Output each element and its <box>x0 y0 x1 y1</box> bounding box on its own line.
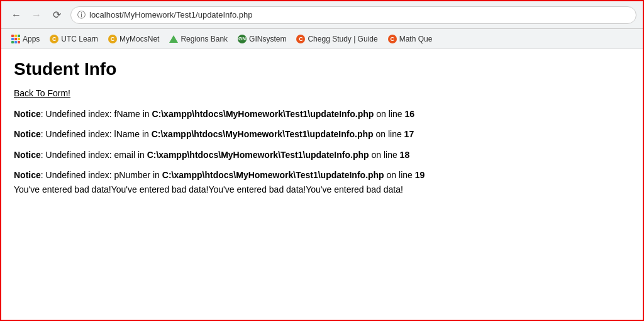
apps-grid-icon <box>11 35 20 43</box>
bookmark-mymocsnet[interactable]: C MyMocsNet <box>104 33 163 45</box>
bookmark-chegg-study[interactable]: C Chegg Study | Guide <box>292 33 381 45</box>
bookmark-utc-learn[interactable]: C UTC Learn <box>46 33 102 45</box>
forward-button[interactable]: → <box>28 6 45 24</box>
mymocsnet-icon: C <box>108 35 117 43</box>
apps-label: Apps <box>23 35 40 43</box>
notice-2-line-text: on line <box>374 129 404 139</box>
math-que-icon: C <box>388 35 397 43</box>
regions-bank-label: Regions Bank <box>180 35 228 43</box>
bookmark-ginsystem[interactable]: GN GINsystem <box>234 33 290 45</box>
notice-2-text: : Undefined index: lName in <box>41 129 152 139</box>
notice-3-path: C:\xampp\htdocs\MyHomework\Test1\updateI… <box>147 150 369 160</box>
page-title: Student Info <box>14 59 630 79</box>
regions-bank-icon <box>169 35 178 43</box>
mymocsnet-label: MyMocsNet <box>119 35 159 43</box>
ginsystem-icon: GN <box>238 35 247 43</box>
back-button[interactable]: ← <box>8 6 25 24</box>
notice-4-line-text: on line <box>384 170 415 180</box>
notice-1-label: Notice <box>14 109 41 119</box>
notice-4-label: Notice <box>14 170 41 180</box>
utc-learn-icon: C <box>50 35 58 43</box>
notice-3-line-text: on line <box>369 150 400 160</box>
notice-1: Notice: Undefined index: fName in C:\xam… <box>14 107 630 121</box>
utc-learn-label: UTC Learn <box>61 35 98 43</box>
notice-2-line-number: 17 <box>404 129 414 139</box>
notice-1-path: C:\xampp\htdocs\MyHomework\Test1\updateI… <box>152 109 374 119</box>
address-bar[interactable]: ⓘ localhost/MyHomework/Test1/updateInfo.… <box>70 6 636 24</box>
notice-2-label: Notice <box>14 129 41 139</box>
notice-4-path: C:\xampp\htdocs\MyHomework\Test1\updateI… <box>162 170 384 180</box>
notice-3: Notice: Undefined index: email in C:\xam… <box>14 148 630 162</box>
notice-2-path: C:\xampp\htdocs\MyHomework\Test1\updateI… <box>152 129 374 139</box>
math-que-label: Math Que <box>399 35 433 43</box>
notice-3-text: : Undefined index: email in <box>41 150 147 160</box>
page-content: Student Info Back To Form! Notice: Undef… <box>1 49 643 320</box>
browser-toolbar: ← → ⟳ ⓘ localhost/MyHomework/Test1/updat… <box>1 1 643 29</box>
bad-data-text: You've entered bad data!You've entered b… <box>14 184 403 194</box>
chegg-label: Chegg Study | Guide <box>308 35 377 43</box>
reload-button[interactable]: ⟳ <box>48 6 65 24</box>
bookmark-math-que[interactable]: C Math Que <box>384 33 436 45</box>
bookmarks-bar: Apps C UTC Learn C MyMocsNet Regions Ban… <box>1 29 643 49</box>
notice-4-text: : Undefined index: pNumber in <box>41 170 162 180</box>
browser-frame: ← → ⟳ ⓘ localhost/MyHomework/Test1/updat… <box>0 0 644 321</box>
bookmark-apps[interactable]: Apps <box>8 33 43 45</box>
notice-4: Notice: Undefined index: pNumber in C:\x… <box>14 168 630 196</box>
info-icon: ⓘ <box>77 9 86 21</box>
notice-1-text: : Undefined index: fName in <box>41 109 152 119</box>
notice-3-label: Notice <box>14 150 41 160</box>
bookmark-regions-bank[interactable]: Regions Bank <box>165 33 231 45</box>
chegg-icon: C <box>296 35 305 43</box>
notice-3-line-number: 18 <box>400 150 410 160</box>
ginsystem-label: GINsystem <box>249 35 286 43</box>
url-text: localhost/MyHomework/Test1/updateInfo.ph… <box>89 10 252 20</box>
notice-1-line-text: on line <box>374 109 404 119</box>
notice-2: Notice: Undefined index: lName in C:\xam… <box>14 127 630 141</box>
back-to-form-link[interactable]: Back To Form! <box>14 88 630 98</box>
notice-1-line-number: 16 <box>404 109 414 119</box>
nav-buttons: ← → ⟳ <box>8 6 65 24</box>
notice-4-line-number: 19 <box>415 170 425 180</box>
